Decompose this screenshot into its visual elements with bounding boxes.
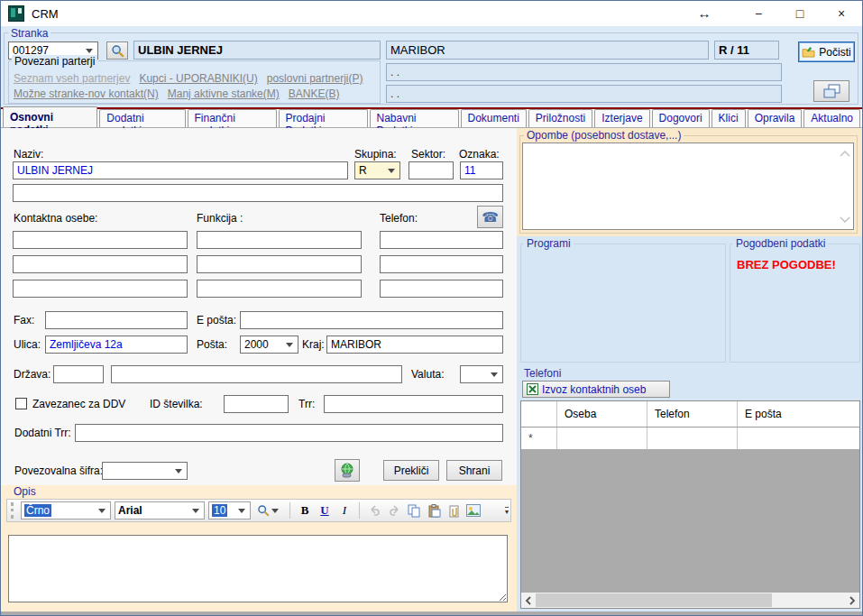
zoom-dropdown-button[interactable]	[254, 501, 285, 519]
grid-header-eposta[interactable]: E pošta	[738, 401, 859, 427]
eposta-input[interactable]	[240, 311, 503, 329]
phone-dial-button[interactable]: ☎	[477, 206, 503, 228]
paste-button[interactable]	[424, 501, 444, 519]
save-button[interactable]: Shrani	[446, 460, 502, 481]
redo-button[interactable]	[384, 501, 404, 519]
underline-button[interactable]: U	[315, 501, 335, 519]
naziv-input[interactable]	[13, 161, 348, 179]
link-poslovni-partnerji[interactable]: poslovni partnerji(P)	[267, 72, 363, 85]
horizontal-scrollbar[interactable]	[521, 593, 859, 608]
grid-new-row[interactable]: *	[521, 428, 859, 449]
italic-button[interactable]: I	[335, 501, 354, 519]
tab-dodatni-podatki[interactable]: Dodatni podatki	[99, 109, 185, 127]
grid-header-telefon[interactable]: Telefon	[647, 401, 738, 427]
grid-header-row: Oseba Telefon E pošta	[521, 401, 859, 428]
font-size-value: 10	[212, 504, 227, 517]
contact-name-input-2[interactable]	[13, 255, 188, 273]
scroll-left-icon[interactable]	[521, 593, 536, 608]
ulica-input[interactable]	[45, 336, 188, 354]
tab-osnovni-podatki[interactable]: Osnovni podatki	[3, 106, 97, 127]
tab-opravila[interactable]: Opravila	[748, 109, 803, 127]
tab-klici[interactable]: Klici	[712, 109, 746, 127]
tab-priloznosti[interactable]: Priložnosti	[528, 109, 592, 127]
crm-window: CRM ↔ − □ × Stranka 001297 ULBIN JERNEJ …	[0, 0, 863, 616]
search-button[interactable]	[106, 41, 128, 60]
minimize-button[interactable]: −	[738, 1, 779, 26]
drzava-name-input[interactable]	[111, 365, 402, 383]
contact-phone-input-1[interactable]	[380, 231, 503, 249]
contact-role-input-2[interactable]	[197, 255, 362, 273]
contact-name-input-1[interactable]	[13, 231, 188, 249]
id-stevilka-input[interactable]	[224, 395, 289, 413]
link-seznam-vseh-partnerjev[interactable]: Seznam vseh partnerjev	[14, 72, 130, 85]
copy-button[interactable]	[404, 501, 424, 519]
tab-dogovori[interactable]: Dogovori	[652, 109, 710, 127]
tab-aktualno[interactable]: Aktualno	[803, 109, 860, 127]
link-mozne-stranke[interactable]: Možne stranke-nov kontakt(N)	[14, 87, 159, 100]
tab-prodajni-podatki[interactable]: Prodajni Podatki	[279, 109, 368, 127]
link-banke[interactable]: BANKE(B)	[289, 87, 340, 100]
dodatni-trr-input[interactable]	[75, 424, 503, 442]
image-icon	[466, 504, 481, 517]
export-contacts-button[interactable]: Izvoz kontaktnih oseb	[522, 381, 670, 398]
scroll-down-icon[interactable]	[840, 213, 850, 225]
tab-financni-podatki[interactable]: Finančni podatki	[188, 109, 277, 127]
insert-image-button[interactable]	[464, 501, 483, 519]
valuta-combo[interactable]	[460, 365, 503, 383]
drzava-code-input[interactable]	[53, 365, 104, 383]
save-button-label: Shrani	[459, 464, 491, 477]
stranka-group-label: Stranka	[8, 27, 50, 40]
sektor-input[interactable]	[409, 161, 454, 179]
fax-input[interactable]	[45, 311, 188, 329]
posta-combo[interactable]: 2000	[240, 336, 298, 354]
web-link-button[interactable]	[335, 459, 360, 482]
posta-value: 2000	[244, 338, 284, 351]
kraj-input[interactable]	[326, 336, 503, 354]
date-field-1: . .	[386, 63, 782, 81]
scroll-up-icon[interactable]	[840, 147, 850, 160]
resize-icon[interactable]: ↔	[684, 1, 725, 26]
toolbar-overflow-button[interactable]: ▾	[505, 507, 509, 515]
oznaka-input[interactable]	[460, 161, 503, 179]
cancel-button[interactable]: Prekliči	[383, 460, 439, 481]
opis-textarea[interactable]	[8, 535, 508, 602]
cell-eposta[interactable]	[738, 428, 859, 449]
opis-label: Opis	[14, 485, 36, 498]
chevron-down-icon	[192, 509, 199, 517]
trr-input[interactable]	[324, 395, 503, 413]
font-color-combo[interactable]: Črno	[21, 501, 111, 519]
naziv2-input[interactable]	[13, 184, 503, 202]
contact-role-input-1[interactable]	[197, 231, 362, 249]
contact-phone-input-3[interactable]	[380, 280, 503, 298]
undo-button[interactable]	[364, 501, 384, 519]
attach-button[interactable]	[444, 501, 464, 519]
link-manj-aktivne[interactable]: Manj aktivne stanke(M)	[168, 87, 280, 100]
link-kupci-uporabniki[interactable]: Kupci - UPORABNIKI(U)	[139, 72, 257, 85]
tab-izterjave[interactable]: Izterjave	[594, 109, 649, 127]
close-button[interactable]: ×	[821, 1, 862, 26]
contact-role-input-3[interactable]	[197, 280, 362, 298]
cell-telefon[interactable]	[647, 428, 738, 449]
partners-links-row-1: Seznam vseh partnerjev Kupci - UPORABNIK…	[14, 72, 376, 85]
font-size-combo[interactable]: 10	[208, 501, 251, 519]
grid-header-oseba[interactable]: Oseba	[557, 401, 647, 427]
tab-dokumenti[interactable]: Dokumenti	[461, 109, 527, 127]
maximize-button[interactable]: □	[779, 1, 821, 26]
window-title: CRM	[32, 7, 59, 21]
cascade-windows-button[interactable]	[813, 80, 849, 102]
font-family-combo[interactable]: Arial	[115, 501, 205, 519]
toolbar-grip[interactable]	[11, 502, 16, 519]
contact-phone-input-2[interactable]	[380, 255, 503, 273]
opombe-textarea[interactable]	[522, 143, 854, 230]
oznaka-label: Oznaka:	[459, 148, 500, 161]
povezovalna-sifra-combo[interactable]	[102, 462, 188, 480]
skupina-combo[interactable]: R	[354, 161, 400, 179]
contact-name-input-3[interactable]	[13, 280, 188, 298]
bold-button[interactable]: B	[295, 501, 315, 519]
clear-button[interactable]: Počisti	[798, 41, 855, 62]
ddv-checkbox[interactable]	[15, 398, 27, 409]
scroll-right-icon[interactable]	[845, 593, 859, 608]
cell-oseba[interactable]	[557, 428, 647, 449]
scrollbar-thumb[interactable]	[536, 593, 772, 607]
tab-nabavni-podatki[interactable]: Nabavni Podatki	[370, 109, 459, 127]
